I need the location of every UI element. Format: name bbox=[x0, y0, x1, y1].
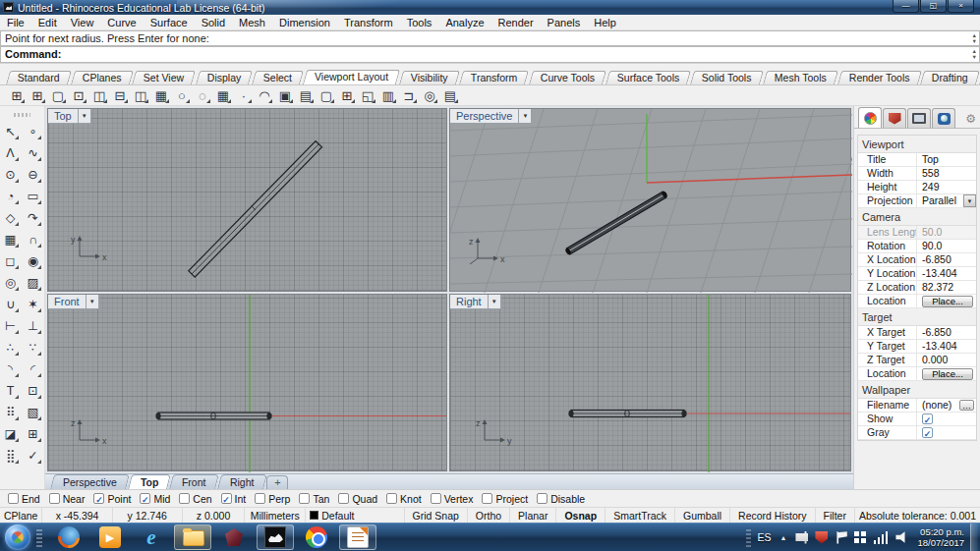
split-vertical-icon[interactable]: ◫ bbox=[131, 86, 150, 105]
toolbar-tab[interactable]: Render Tools bbox=[837, 71, 922, 84]
rhino-icon[interactable] bbox=[257, 524, 294, 550]
grid-options-icon[interactable]: ▦ bbox=[213, 86, 233, 105]
twisted-surface-icon[interactable]: ▨ bbox=[24, 273, 42, 292]
clock[interactable]: 05:20 p.m. 18/07/2017 bbox=[917, 526, 964, 548]
color-wheel-icon[interactable] bbox=[858, 107, 882, 128]
array-icon[interactable]: ⊞ bbox=[24, 424, 42, 443]
volume-icon[interactable] bbox=[895, 531, 908, 544]
boolean-union-icon[interactable]: ∪ bbox=[1, 295, 20, 313]
osnap-checkbox[interactable]: ✓ Quad bbox=[338, 493, 377, 505]
toolbar-tab[interactable]: Select bbox=[252, 71, 304, 84]
scatter-icon[interactable]: ∵ bbox=[24, 338, 42, 357]
status-toggle[interactable]: Ortho bbox=[468, 508, 510, 523]
viewport-title-top[interactable]: Top ▼ bbox=[48, 109, 91, 124]
array-grid-icon[interactable]: ⣿ bbox=[1, 446, 20, 465]
three-viewports-icon[interactable]: ◫ bbox=[89, 86, 109, 105]
explorer-icon[interactable] bbox=[174, 524, 211, 550]
red-badge-icon[interactable] bbox=[883, 108, 906, 128]
check-icon[interactable]: ✓ bbox=[24, 446, 42, 465]
chrome-icon[interactable] bbox=[298, 524, 335, 550]
menu-item[interactable]: Tools bbox=[400, 15, 439, 30]
toolbar-tab[interactable]: Solid Tools bbox=[690, 71, 764, 84]
ie-icon[interactable]: e bbox=[133, 524, 170, 550]
command-history[interactable]: Point for next radius. Press Enter for n… bbox=[0, 30, 980, 46]
layer-selector[interactable]: Default bbox=[306, 508, 404, 523]
osnap-checkbox[interactable]: ✓ Knot bbox=[386, 493, 422, 505]
menu-item[interactable]: Surface bbox=[144, 15, 195, 30]
property-row[interactable]: X Location -6.850 ✓ ▼ … bbox=[858, 253, 976, 267]
media-player-icon[interactable]: ▶ bbox=[91, 524, 129, 550]
menu-item[interactable]: Transform bbox=[337, 15, 400, 30]
status-toggle[interactable]: Osnap bbox=[556, 508, 605, 523]
osnap-checkbox[interactable]: ✓ Disable bbox=[537, 493, 585, 505]
property-row[interactable]: Location ✓ Place... ▼ … bbox=[858, 367, 976, 381]
property-row[interactable]: Gray ✓ ▼ … bbox=[858, 426, 976, 440]
point-edit-icon[interactable]: ⊡ bbox=[24, 381, 42, 400]
toolbar-tab[interactable]: Display bbox=[196, 71, 253, 84]
fillet-corner-icon[interactable]: ◝ bbox=[1, 359, 20, 378]
firefox-icon[interactable] bbox=[50, 524, 87, 550]
osnap-checkbox[interactable]: ✓ Cen bbox=[179, 493, 211, 505]
text-icon[interactable]: T bbox=[1, 381, 20, 400]
render-preview-icon[interactable]: ◎ bbox=[420, 86, 439, 105]
property-row[interactable]: Title Top ✓ ▼ … bbox=[858, 153, 976, 167]
viewport-properties-icon[interactable]: ⊡ bbox=[69, 86, 88, 105]
ellipse-icon[interactable]: ⊖ bbox=[24, 165, 42, 184]
point-cloud-icon[interactable]: ∴ bbox=[1, 338, 20, 357]
command-history-scroll[interactable]: ▲▼ bbox=[972, 32, 977, 44]
language-indicator[interactable]: ES bbox=[758, 531, 772, 543]
property-row[interactable]: Z Target 0.000 ✓ ▼ … bbox=[858, 354, 976, 367]
split-horizontal-icon[interactable]: ⊟ bbox=[110, 86, 130, 105]
status-toggle[interactable]: SmartTrack bbox=[605, 508, 675, 523]
four-viewports-icon[interactable]: ⊞ bbox=[7, 86, 27, 105]
shaded-view-icon[interactable]: ▥ bbox=[378, 86, 398, 105]
menu-item[interactable]: Help bbox=[587, 15, 623, 30]
status-toggle[interactable]: Grid Snap bbox=[405, 508, 468, 523]
zoom-lens-icon[interactable]: ○ bbox=[172, 86, 192, 105]
circle-icon[interactable]: ⊙ bbox=[1, 165, 20, 184]
polygon-icon[interactable]: ◇ bbox=[1, 208, 20, 227]
toolbar-grip[interactable] bbox=[14, 113, 30, 117]
chamfer-icon[interactable]: ⊥ bbox=[24, 316, 42, 335]
block-group-icon[interactable]: ⠿ bbox=[1, 403, 20, 421]
property-row[interactable]: Y Location -13.404 ✓ ▼ … bbox=[858, 267, 976, 281]
open-folder-icon[interactable]: ⊐ bbox=[399, 86, 419, 105]
floating-viewport-icon[interactable]: ▢ bbox=[317, 86, 336, 105]
render-icon[interactable] bbox=[932, 108, 955, 128]
osnap-checkbox[interactable]: ✓ Tan bbox=[299, 493, 329, 505]
power-icon[interactable] bbox=[795, 531, 808, 544]
property-row[interactable]: Rotation 90.0 ✓ ▼ … bbox=[858, 240, 976, 253]
place-button[interactable]: Place... bbox=[922, 368, 973, 380]
new-viewport-icon[interactable]: ▦ bbox=[151, 86, 171, 105]
toolbar-tab[interactable]: Set View bbox=[132, 71, 196, 84]
fillet-edge-icon[interactable]: ⊢ bbox=[1, 316, 20, 335]
menu-item[interactable]: Mesh bbox=[232, 15, 272, 30]
viewport-perspective[interactable]: z x Perspective ▼ bbox=[449, 108, 851, 292]
toolbar-tab[interactable]: Drafting bbox=[920, 71, 980, 84]
explode-icon[interactable]: ✶ bbox=[24, 295, 42, 313]
status-toggle[interactable]: Record History bbox=[730, 508, 815, 523]
curve-icon[interactable]: ∿ bbox=[24, 143, 42, 162]
show-desktop-button[interactable] bbox=[970, 523, 978, 551]
toolbar-tab[interactable]: Curve Tools bbox=[528, 71, 605, 84]
viewport-title-right[interactable]: Right ▼ bbox=[450, 295, 501, 309]
property-row[interactable]: Lens Length 50.0 ✓ ▼ … bbox=[858, 226, 976, 240]
toolbar-tab[interactable]: Transform bbox=[459, 71, 529, 84]
menu-item[interactable]: Curve bbox=[100, 15, 143, 30]
surface-patch-icon[interactable]: ∩ bbox=[24, 230, 42, 248]
status-toggle[interactable]: Filter bbox=[816, 508, 855, 523]
osnap-checkbox[interactable]: ✓ Near bbox=[49, 493, 86, 505]
osnap-checkbox[interactable]: ✓ End bbox=[8, 493, 40, 505]
menu-item[interactable]: Panels bbox=[541, 15, 588, 30]
menu-item[interactable]: Solid bbox=[195, 15, 232, 30]
hatch-icon[interactable]: ▧ bbox=[24, 403, 42, 421]
osnap-checkbox[interactable]: ✓ Point bbox=[93, 493, 131, 505]
monitor-icon[interactable] bbox=[907, 108, 931, 128]
minimize-button[interactable]: — bbox=[893, 0, 919, 13]
viewport-layout-icon[interactable]: ⊞ bbox=[28, 86, 47, 105]
toolbar-tab[interactable]: CPlanes bbox=[71, 71, 134, 84]
menu-item[interactable]: Analyze bbox=[438, 15, 490, 30]
dropdown-arrow-icon[interactable]: ▼ bbox=[963, 194, 976, 207]
cplane-selector[interactable]: CPlane bbox=[0, 508, 42, 523]
gear-icon[interactable]: ⚙ bbox=[965, 112, 978, 128]
